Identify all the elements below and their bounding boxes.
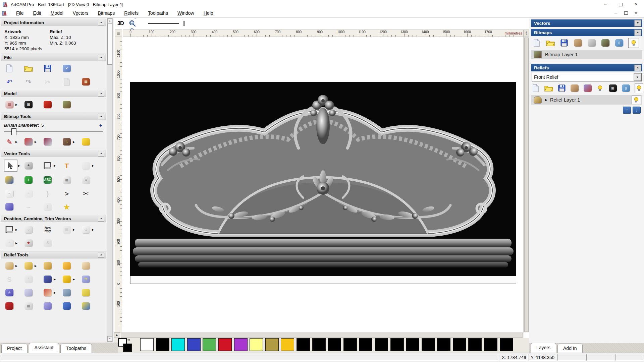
toggle-relief-visibility[interactable] [635,83,643,93]
merge-bitmap-layers[interactable] [573,38,583,48]
scale-relief-height[interactable] [61,274,72,284]
relief-layer-item[interactable]: ▶ Relief Layer 1 [531,95,642,105]
collapse-button[interactable]: ▲ [98,91,104,97]
constant-height-relief[interactable] [23,288,34,298]
greyscale-from-relief[interactable]: ▣ [608,83,617,93]
palette-colour-17[interactable] [406,338,419,351]
measure-tool[interactable] [4,175,15,185]
palette-colour-8[interactable] [265,338,279,351]
offset-relief[interactable] [42,274,53,284]
palette-colour-15[interactable] [375,338,388,351]
weld-vectors[interactable]: □ [80,225,91,235]
menu-model[interactable]: Model [46,10,68,16]
set-model-size[interactable]: ▤ [4,100,15,110]
palette-colour-18[interactable] [422,338,435,351]
assistant-scrollbar[interactable]: ▲ ▼ [107,18,113,342]
shape-editor[interactable]: ★ [4,288,15,298]
transform-vectors[interactable]: + [23,161,34,171]
scroll-up-button[interactable]: ▲ [107,18,112,24]
paste-along-curve[interactable]: ∷ [80,175,91,185]
toggle-bitmap-visibility[interactable] [628,38,639,48]
combine-relief-layers[interactable] [583,83,592,93]
texture-relief[interactable] [61,288,72,298]
menu-help[interactable]: Help [199,10,218,16]
palette-colour-11[interactable] [312,338,326,351]
flyout-arrow-icon[interactable]: ▶ [73,228,75,231]
palette-colour-19[interactable] [437,338,450,351]
scroll-down-button[interactable]: ▼ [107,336,112,342]
angled-plane[interactable] [80,288,91,298]
nesting[interactable]: Nesting [42,225,53,235]
brush-slider-handle[interactable] [11,128,16,135]
new-relief-layer[interactable] [532,83,540,93]
palette-colour-10[interactable] [297,338,310,351]
mirror-vectors[interactable]: | [42,202,53,212]
node-editing[interactable]: + [23,175,34,185]
flyout-arrow-icon[interactable]: ▶ [92,164,94,167]
select-vectors[interactable] [4,160,17,172]
primary-secondary-colours[interactable]: ∞ [118,338,133,352]
flyout-arrow-icon[interactable]: ▶ [54,164,56,167]
create-rectangle[interactable] [42,161,53,171]
flyout-arrow-icon[interactable]: ▶ [15,140,17,143]
flyout-arrow-icon[interactable]: ▶ [15,228,17,231]
palette-colour-5[interactable] [218,338,232,351]
collapse-button[interactable]: ▲ [98,114,104,119]
menu-edit[interactable]: Edit [29,10,46,16]
assistant-tab-toolpaths[interactable]: Toolpaths [60,344,92,353]
drawing-canvas[interactable] [123,37,524,333]
zero-relief[interactable] [23,261,34,271]
palette-colour-14[interactable] [359,338,372,351]
render-preview[interactable] [42,100,53,110]
document-logo-icon[interactable] [2,10,8,16]
secondary-colour-swatch[interactable] [123,344,132,352]
palette-colour-2[interactable] [171,338,185,351]
relief-tool-extra-3[interactable] [42,301,53,311]
position-size-align-vectors[interactable] [4,225,15,235]
delete-bitmap-layer[interactable]: ▯ [614,38,624,48]
create-bezier-curve[interactable]: ) [42,188,53,198]
expand-vectors-button[interactable]: ▼ [634,20,641,26]
adjust-model-lighting[interactable]: ▣ [23,100,34,110]
flyout-arrow-icon[interactable]: ▶ [73,278,75,281]
relief-select-dropdown[interactable]: Front Relief ▼ [532,73,642,81]
flyout-arrow-icon[interactable]: ▶ [54,278,56,281]
scroll-thumb[interactable] [121,333,523,338]
new-bitmap-layer[interactable] [532,38,541,48]
merge-relief-layers[interactable] [570,83,579,93]
redo[interactable]: ↷ [23,77,34,87]
mdi-restore-button[interactable] [623,11,629,15]
add-relief[interactable] [42,261,53,271]
create-polyline[interactable]: ~ [4,188,15,198]
create-freehand-polyline[interactable]: ≈ [23,188,34,198]
collapse-button[interactable]: ▲ [98,151,104,157]
palette-colour-16[interactable] [390,338,404,351]
flyout-arrow-icon[interactable]: ▶ [15,264,17,267]
create-text[interactable]: T [61,161,72,171]
brush-diameter-slider[interactable] [4,128,103,134]
scroll-thumb[interactable] [524,38,529,332]
palette-colour-4[interactable] [203,338,216,351]
colour-palette[interactable]: ∴ [61,137,72,147]
palette-colour-6[interactable] [234,338,248,351]
palette-colour-3[interactable] [187,338,201,351]
menu-vectors[interactable]: Vectors [68,10,93,16]
scroll-thumb[interactable] [107,24,112,65]
cut[interactable]: ✂ [42,77,53,87]
distort-vectors[interactable]: ▦ [61,175,72,185]
wrap-text-block[interactable]: ABC [42,175,53,185]
menu-bitmaps[interactable]: Bitmaps [93,10,120,16]
paste[interactable]: ▤ [80,77,91,87]
relief-layer-visibility-page[interactable] [596,83,604,93]
menu-toolpaths[interactable]: Toolpaths [143,10,173,16]
palette-colour-1[interactable] [156,338,169,351]
collapse-button[interactable]: ▲ [98,252,104,258]
collapse-reliefs-button[interactable]: ▲ [634,65,641,71]
collapse-bitmaps-button[interactable]: ▲ [634,29,641,36]
palette-colour-20[interactable] [453,338,466,351]
flyout-arrow-icon[interactable]: ▶ [15,242,17,245]
relief-layer-visibility-button[interactable] [632,96,641,104]
relief-tool-extra-1[interactable] [4,301,15,311]
smooth-relief[interactable]: S [4,274,15,284]
open-relief-layer[interactable] [544,83,553,93]
